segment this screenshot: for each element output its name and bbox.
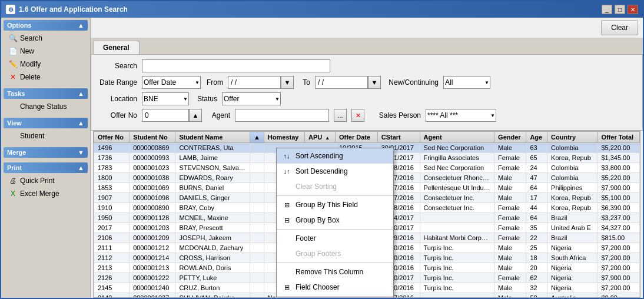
to-date-picker[interactable]: ▼ <box>368 76 381 89</box>
location-row: Location BNE ▼ Status Offer ▼ <box>96 92 638 105</box>
status-select-container: Offer ▼ <box>222 92 281 105</box>
cell-student-name: PETTY, Luke <box>175 273 250 283</box>
view-section: View ▲ Student <box>4 118 88 142</box>
options-header[interactable]: Options ▲ <box>4 20 88 31</box>
cell-agent: Pellentesque Ut Industries <box>420 183 494 193</box>
col-age[interactable]: Age <box>526 132 547 143</box>
minimize-button[interactable]: _ <box>602 5 612 14</box>
offer-no-input[interactable] <box>142 109 189 122</box>
sidebar-item-new[interactable]: 📄 New <box>4 45 88 58</box>
print-header[interactable]: Print ▲ <box>4 162 88 173</box>
student-icon <box>8 131 18 141</box>
cell-offer-no: 2112 <box>94 253 130 263</box>
col-apu[interactable]: APU ▲ <box>305 132 336 143</box>
context-menu-item-group-by-field[interactable]: ⊞Group By This Field <box>277 197 393 212</box>
cell-flag <box>250 253 264 263</box>
cell-age: 64 <box>526 183 547 193</box>
cell-gender: Female <box>494 163 526 173</box>
print-section: Print ▲ 🖨 Quick Print X Excel Merge <box>4 162 88 200</box>
tab-general[interactable]: General <box>93 41 140 54</box>
from-label: From <box>205 78 223 87</box>
view-header[interactable]: View ▲ <box>4 118 88 128</box>
agent-clear-button[interactable]: ✕ <box>351 109 364 122</box>
tasks-header[interactable]: Tasks ▲ <box>4 88 88 99</box>
context-menu-item-group-by-box[interactable]: ⊟Group By Box <box>277 212 393 228</box>
context-label-field-chooser: Field Chooser <box>296 283 340 291</box>
sidebar-item-delete[interactable]: ✕ Delete <box>4 71 88 84</box>
cell-country: Australia <box>547 293 597 298</box>
col-homestay[interactable]: Homestay <box>264 132 304 143</box>
from-date-input[interactable] <box>228 76 281 89</box>
clear-button[interactable]: Clear <box>601 20 638 35</box>
cell-total: $1,345.00 <box>597 153 640 163</box>
cell-country: Brazil <box>547 213 597 223</box>
agent-lookup-button[interactable]: ... <box>334 109 347 122</box>
cell-student-no: 0000001213 <box>130 263 175 273</box>
cell-student-name: DANIELS, Ginger <box>175 193 250 203</box>
cell-flag <box>250 203 264 213</box>
col-gender[interactable]: Gender <box>494 132 526 143</box>
tasks-section: Tasks ▲ Change Status <box>4 88 88 113</box>
merge-section: Merge ▼ <box>4 147 88 158</box>
sidebar-search-label: Search <box>20 34 42 42</box>
context-menu-item-field-chooser[interactable]: ⊞Field Chooser <box>277 280 393 295</box>
cell-total: $0.00 <box>597 293 640 298</box>
col-offer-no[interactable]: Offer No <box>94 132 130 143</box>
context-icon-field-chooser: ⊞ <box>281 282 292 293</box>
from-date-picker[interactable]: ▼ <box>281 76 294 89</box>
sidebar-item-excel-merge[interactable]: X Excel Merge <box>4 187 88 200</box>
content-area: Clear General Search Date Range Offer Da… <box>91 18 643 299</box>
cell-student-no: 0000001212 <box>130 243 175 253</box>
close-button[interactable]: ✕ <box>628 5 638 14</box>
col-country[interactable]: Country <box>547 132 597 143</box>
search-row: Search <box>96 59 638 72</box>
context-menu-item-remove-column[interactable]: Remove This Column <box>277 264 393 280</box>
cell-agent: Turpis Inc. <box>420 273 494 283</box>
col-agent[interactable]: Agent <box>420 132 494 143</box>
cell-country: Nigeria <box>547 263 597 273</box>
cell-offer-no: 2017 <box>94 223 130 233</box>
cell-student-no: 0000001237 <box>130 293 175 298</box>
status-label: Status <box>194 95 217 103</box>
location-select[interactable]: BNE <box>142 92 189 105</box>
context-menu-item-footer[interactable]: Footer <box>277 231 393 246</box>
cell-total: $5,220.00 <box>597 173 640 183</box>
sidebar-delete-label: Delete <box>20 73 41 81</box>
offer-no-spinner[interactable]: ▲ <box>189 109 202 122</box>
cell-age: 65 <box>526 153 547 163</box>
sidebar-item-student[interactable]: Student <box>4 129 88 142</box>
new-continuing-select[interactable]: All <box>443 76 490 89</box>
sidebar-item-quick-print[interactable]: 🖨 Quick Print <box>4 174 88 187</box>
cell-total: $7,200.00 <box>597 253 640 263</box>
context-icon-group-by-box: ⊟ <box>281 215 292 225</box>
sidebar-item-search[interactable]: 🔍 Search <box>4 32 88 45</box>
col-flag[interactable]: ▲ <box>250 132 264 143</box>
offer-no-label: Offer No <box>96 111 137 119</box>
sales-person-select[interactable]: **** All *** <box>426 109 496 122</box>
sidebar-item-modify[interactable]: ✏️ Modify <box>4 58 88 71</box>
sidebar-item-change-status[interactable]: Change Status <box>4 100 88 113</box>
cell-agent: Sed Nec Corporation <box>420 163 494 173</box>
agent-input[interactable] <box>235 109 329 122</box>
merge-header[interactable]: Merge ▼ <box>4 147 88 158</box>
status-select[interactable]: Offer <box>222 92 281 105</box>
maximize-button[interactable]: □ <box>615 5 625 14</box>
cell-total: $3,237.00 <box>597 213 640 223</box>
date-range-select[interactable]: Offer Date <box>142 76 201 89</box>
separator <box>277 296 393 297</box>
context-menu-item-sort-ascending[interactable]: ↑↓Sort Ascending <box>277 148 393 164</box>
col-offer-total[interactable]: Offer Total <box>597 132 640 143</box>
col-student-no[interactable]: Student No <box>130 132 175 143</box>
cell-flag <box>250 243 264 253</box>
context-label-sort-descending: Sort Descending <box>296 167 348 175</box>
search-input[interactable] <box>142 59 330 72</box>
context-menu-item-sort-descending[interactable]: ↓↑Sort Descending <box>277 164 393 179</box>
cell-total: $7,900.00 <box>597 273 640 283</box>
col-cstart[interactable]: CStart <box>377 132 420 143</box>
to-date-input[interactable] <box>315 76 368 89</box>
cell-flag <box>250 213 264 223</box>
cell-agent: Sed Nec Corporation <box>420 143 494 153</box>
col-offer-date[interactable]: Offer Date <box>335 132 377 143</box>
col-student-name[interactable]: Student Name <box>175 132 250 143</box>
cell-age: 62 <box>526 273 547 283</box>
